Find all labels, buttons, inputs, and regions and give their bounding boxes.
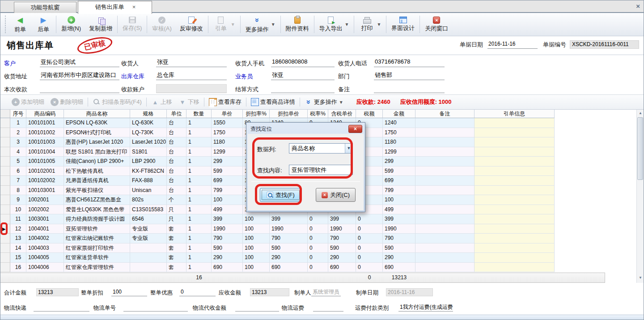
cell[interactable]: 联想 S1801 黑白激光打印: [64, 147, 130, 157]
cell[interactable]: 1: [186, 234, 212, 243]
footer-field-value[interactable]: 100: [111, 288, 147, 296]
cell[interactable]: 1: [186, 224, 212, 234]
cell[interactable]: 9: [10, 195, 26, 205]
cell[interactable]: 套: [167, 234, 186, 243]
table-row[interactable]: 111003001得力经典防滑握手设计圆6546只139910039903990…: [0, 214, 644, 224]
cell[interactable]: [415, 214, 475, 224]
cell[interactable]: 590: [383, 243, 415, 253]
more-chevrons-button[interactable]: 更多操作▼: [301, 98, 347, 106]
cell[interactable]: 399: [212, 214, 243, 224]
cell[interactable]: 3: [10, 137, 26, 147]
cell[interactable]: 690: [328, 263, 356, 273]
cell[interactable]: 台: [167, 137, 186, 147]
more-chevrons-button[interactable]: 更多操作▼: [242, 14, 280, 35]
field-value[interactable]: [374, 84, 445, 93]
cell[interactable]: [475, 253, 555, 263]
cell[interactable]: 1990: [270, 224, 308, 234]
move-down-button[interactable]: 下移: [175, 98, 203, 106]
field-value[interactable]: [40, 84, 119, 93]
cell[interactable]: [415, 128, 475, 138]
footer-field-value[interactable]: 13213: [250, 288, 289, 296]
cell[interactable]: 0: [356, 263, 383, 273]
ref-doc-button[interactable]: 引单▼: [209, 14, 239, 35]
table-row[interactable]: ▶121004001亚拓管理软件专业版套11990100199001990019…: [0, 224, 644, 234]
cell[interactable]: 红管家票据打印软件: [64, 243, 130, 253]
tab-nav-panel[interactable]: 功能导航窗: [14, 2, 76, 13]
cell[interactable]: 紫光平板扫描仪: [64, 186, 130, 196]
field-value[interactable]: [271, 84, 335, 93]
cell[interactable]: 16: [10, 263, 26, 273]
edit-button[interactable]: 反审修改: [176, 14, 207, 35]
cell[interactable]: [475, 224, 555, 234]
cell[interactable]: [415, 224, 475, 234]
cell[interactable]: 0: [308, 253, 328, 263]
cell[interactable]: 1003001: [26, 214, 64, 224]
cell[interactable]: [415, 118, 475, 128]
footer-field-value[interactable]: [235, 303, 279, 311]
cell[interactable]: 1004003: [26, 243, 64, 253]
footer-field-value[interactable]: [313, 303, 343, 311]
cell[interactable]: 得力经典防滑握手设计圆: [64, 214, 130, 224]
cell[interactable]: 0: [356, 224, 383, 234]
cell[interactable]: 台: [167, 128, 186, 138]
cell[interactable]: 专业版: [130, 234, 167, 243]
close-window-button[interactable]: 关闭窗口: [421, 14, 452, 35]
tab-close-icon[interactable]: ×: [131, 1, 138, 13]
cell[interactable]: 0: [356, 234, 383, 243]
cell[interactable]: 14: [10, 243, 26, 253]
cell[interactable]: KX-FT862CN: [130, 166, 167, 176]
cell[interactable]: 惠普(HP) LaserJet 1020: [64, 137, 130, 147]
cell[interactable]: 1002002: [26, 205, 64, 215]
copy-button[interactable]: 复制新增: [85, 14, 116, 35]
add-button[interactable]: 新增(N): [57, 14, 85, 35]
cell[interactable]: 100102002: [26, 176, 64, 186]
cell[interactable]: EPSON LQ-630K: [64, 118, 130, 128]
cell[interactable]: 290: [328, 253, 356, 263]
attachment-button[interactable]: 附件资料: [282, 14, 313, 35]
cell[interactable]: 399: [383, 214, 415, 224]
cell[interactable]: 0: [356, 214, 383, 224]
cell[interactable]: 100101004: [26, 147, 64, 157]
table-row[interactable]: 141004003红管家票据打印软件套159010059005900590: [0, 243, 644, 253]
printer-button[interactable]: 打印▼: [355, 14, 385, 35]
cell[interactable]: 5: [10, 157, 26, 166]
dropdown-arrow-icon[interactable]: ▼: [339, 100, 343, 105]
table-row[interactable]: 151004005红管家送货单软件套129010029002900290: [0, 253, 644, 263]
cell[interactable]: 290: [270, 253, 308, 263]
cell[interactable]: 8: [10, 186, 26, 196]
cell[interactable]: 1299: [383, 147, 415, 157]
cell[interactable]: 1750: [383, 128, 415, 138]
cell[interactable]: 1180: [383, 137, 415, 147]
cell[interactable]: 1: [186, 147, 212, 157]
prev-arrow-button[interactable]: 前单: [8, 14, 32, 35]
cell[interactable]: 台: [167, 157, 186, 166]
cell[interactable]: [475, 166, 555, 176]
field-value[interactable]: 18608080808: [271, 58, 335, 67]
find-button[interactable]: 查找(F): [260, 188, 301, 202]
dropdown-arrow-icon[interactable]: ▼: [231, 22, 235, 27]
cell[interactable]: [475, 137, 555, 147]
cell[interactable]: 100: [243, 243, 270, 253]
cell[interactable]: 100103001: [26, 186, 64, 196]
footer-field-value[interactable]: [34, 303, 89, 311]
cell[interactable]: [415, 157, 475, 166]
cell[interactable]: 499: [212, 205, 243, 215]
data-column-select[interactable]: 商品名称 ▼: [289, 143, 353, 154]
cell[interactable]: 11: [10, 214, 26, 224]
cell[interactable]: 红管家送货单软件: [64, 253, 130, 263]
cell[interactable]: 专业版: [130, 224, 167, 234]
cell[interactable]: [415, 263, 475, 273]
scroll-down-icon[interactable]: ▼: [637, 274, 644, 282]
cell[interactable]: [415, 166, 475, 176]
field-value[interactable]: 亚拓公司测试: [40, 58, 119, 67]
cell[interactable]: 1: [186, 186, 212, 196]
cell[interactable]: 799: [383, 186, 415, 196]
cell[interactable]: [475, 186, 555, 196]
cell[interactable]: 1: [186, 118, 212, 128]
cell[interactable]: 12: [10, 224, 26, 234]
cell[interactable]: 台: [167, 147, 186, 157]
cell[interactable]: 1004006: [26, 263, 64, 273]
cell[interactable]: 套: [167, 263, 186, 273]
cell[interactable]: 套: [167, 243, 186, 253]
cell[interactable]: 0: [308, 263, 328, 273]
